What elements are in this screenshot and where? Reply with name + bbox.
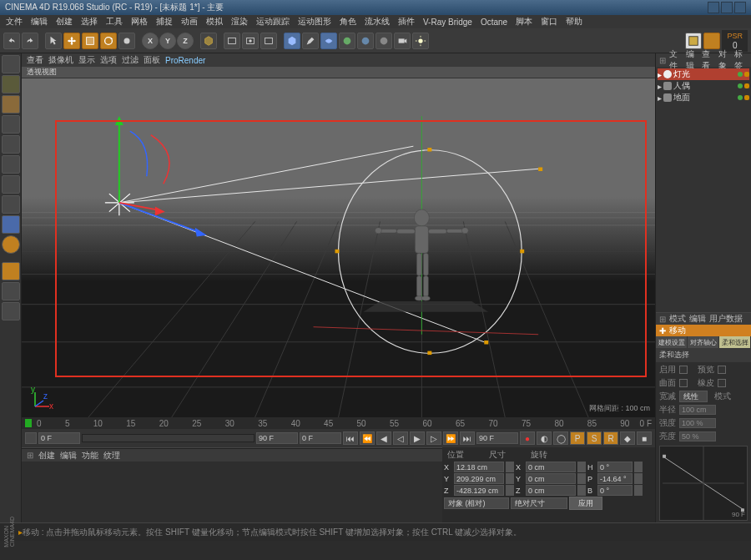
menu-character[interactable]: 角色 <box>337 16 359 28</box>
apply-button[interactable]: 应用 <box>569 497 602 510</box>
minimize-button[interactable] <box>708 2 719 13</box>
last-tool[interactable] <box>118 33 135 49</box>
pla-key-icon[interactable]: ■ <box>637 431 652 445</box>
goto-start[interactable]: ⏮ <box>343 431 358 445</box>
menu-simulate[interactable]: 模拟 <box>204 16 225 28</box>
nav-axis-widget[interactable]: y x z <box>28 386 53 411</box>
move-tool[interactable] <box>63 33 80 49</box>
rotate-tool[interactable] <box>100 33 117 49</box>
menu-animate[interactable]: 动画 <box>179 16 200 28</box>
maximize-button[interactable] <box>721 2 733 13</box>
vmenu-cameras[interactable]: 摄像机 <box>48 54 73 66</box>
vmenu-panel[interactable]: 面板 <box>144 54 160 66</box>
render-pv[interactable] <box>242 33 259 49</box>
range-end-input[interactable] <box>256 432 298 444</box>
rot-h[interactable] <box>597 462 633 472</box>
undo-button[interactable] <box>3 33 20 49</box>
scale-tool[interactable] <box>82 33 98 49</box>
radius-input[interactable] <box>679 405 716 415</box>
goto-end[interactable]: ⏭ <box>460 431 475 445</box>
coord-mode1[interactable]: 对象 (相对) <box>444 497 509 509</box>
layout-icon[interactable] <box>685 33 702 49</box>
axis-y[interactable]: Y <box>159 33 176 49</box>
axis-mode[interactable] <box>2 195 20 214</box>
redo-button[interactable] <box>22 33 38 49</box>
vmenu-filter[interactable]: 过滤 <box>122 54 139 66</box>
btab-edit[interactable]: 编辑 <box>60 450 77 462</box>
tab-softsel[interactable]: 柔和选择 <box>719 336 751 348</box>
pos-x[interactable] <box>454 462 504 472</box>
light-icon[interactable] <box>412 33 429 49</box>
environment-icon[interactable] <box>376 33 392 49</box>
menu-mograph[interactable]: 运动图形 <box>295 16 334 28</box>
prev-frame[interactable]: ◀ <box>376 431 391 445</box>
attr-mode[interactable]: 模式 <box>669 313 686 325</box>
brightness-input[interactable] <box>679 431 716 441</box>
workplane-mode[interactable] <box>2 115 20 134</box>
next-key[interactable]: ⏩ <box>443 431 458 445</box>
record-button[interactable]: ● <box>520 431 535 445</box>
play-back[interactable]: ◁ <box>393 431 408 445</box>
falloff-curve[interactable]: 90 F <box>659 446 748 521</box>
tab-axis[interactable]: 对齐轴心 <box>688 336 719 348</box>
lock-icon[interactable] <box>2 302 20 320</box>
autokey-button[interactable]: ◐ <box>537 431 552 445</box>
prev-key[interactable]: ⏪ <box>360 431 375 445</box>
surface-checkbox[interactable] <box>679 379 688 387</box>
axis-z[interactable]: Z <box>177 33 194 49</box>
btab-create[interactable]: 创建 <box>38 450 55 462</box>
obj-row-floor[interactable]: ▸ 地面 <box>658 92 749 103</box>
menu-snap[interactable]: 捕捉 <box>154 16 175 28</box>
obj-row-figure[interactable]: ▸ 人偶 <box>658 80 749 92</box>
menu-help[interactable]: 帮助 <box>563 16 585 28</box>
select-tool[interactable] <box>45 33 62 49</box>
texture-mode[interactable] <box>2 95 20 114</box>
viewport-solo[interactable] <box>2 235 20 254</box>
size-y[interactable] <box>526 473 576 484</box>
snap-settings[interactable] <box>2 282 20 300</box>
rot-p[interactable] <box>597 473 633 484</box>
tweak-mode[interactable] <box>2 215 20 234</box>
model-mode[interactable] <box>2 75 20 93</box>
current-frame-input[interactable] <box>300 432 341 444</box>
rot-b[interactable] <box>597 485 633 496</box>
pos-key-icon[interactable]: P <box>570 431 585 445</box>
keysel-button[interactable]: ◯ <box>553 431 568 445</box>
nurbs-tool[interactable] <box>320 33 337 49</box>
preview-checkbox[interactable] <box>718 366 726 374</box>
snap-toggle[interactable] <box>2 262 20 280</box>
btab-texture[interactable]: 纹理 <box>103 450 120 462</box>
range-end2-input[interactable] <box>476 432 518 444</box>
size-z[interactable] <box>526 485 576 496</box>
rot-key-icon[interactable]: R <box>603 431 618 445</box>
menu-mesh[interactable]: 网格 <box>129 16 150 28</box>
menu-render[interactable]: 渲染 <box>229 16 250 28</box>
menu-vray[interactable]: V-Ray Bridge <box>421 18 475 27</box>
pos-z[interactable] <box>454 485 504 496</box>
vmenu-view[interactable]: 查看 <box>27 54 43 66</box>
cube-primitive[interactable] <box>284 33 300 49</box>
eraser-checkbox[interactable] <box>718 379 726 387</box>
menu-plugins[interactable]: 插件 <box>396 16 417 28</box>
edge-mode[interactable] <box>2 155 20 174</box>
range-start-input[interactable] <box>38 432 80 444</box>
render-settings[interactable] <box>260 33 277 49</box>
coord-mode2[interactable]: 绝对尺寸 <box>511 497 567 509</box>
vmenu-prorender[interactable]: ProRender <box>165 56 205 65</box>
polygon-mode[interactable] <box>2 175 20 194</box>
enable-checkbox[interactable] <box>679 366 688 374</box>
scale-key-icon[interactable]: S <box>587 431 602 445</box>
attr-edit[interactable]: 编辑 <box>689 313 706 325</box>
generator-icon[interactable] <box>339 33 355 49</box>
axis-x[interactable]: X <box>142 33 159 49</box>
viewport-3d[interactable]: y x z 网格间距 : 100 cm <box>22 78 655 417</box>
menu-motiontrack[interactable]: 运动跟踪 <box>254 16 292 28</box>
menu-tools[interactable]: 工具 <box>103 16 125 28</box>
menu-select[interactable]: 选择 <box>78 16 100 28</box>
reset-psr[interactable] <box>703 33 720 49</box>
attr-userdata[interactable]: 用户数据 <box>709 313 743 325</box>
timeline-ruler[interactable]: 0 5 10 15 20 25 30 35 40 45 50 55 60 65 … <box>22 417 655 429</box>
strength-input[interactable] <box>679 418 716 428</box>
btab-func[interactable]: 功能 <box>82 450 98 462</box>
param-key-icon[interactable]: ◆ <box>620 431 635 445</box>
